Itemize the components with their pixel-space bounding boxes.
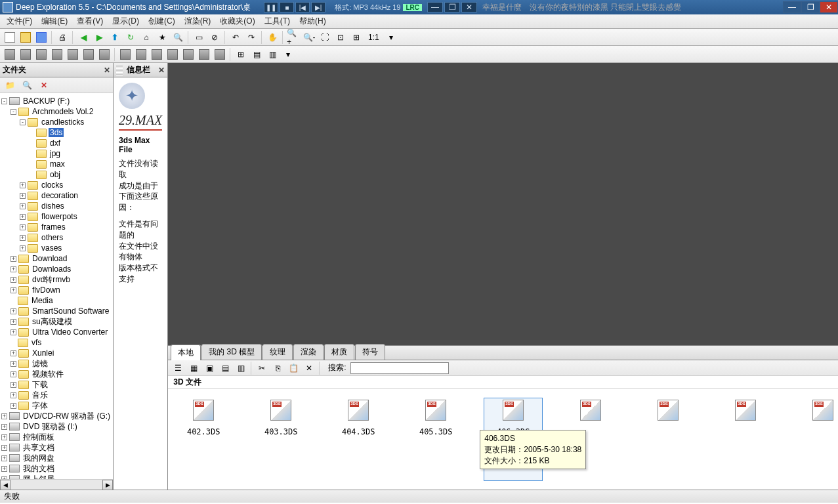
tree-row[interactable]: max xyxy=(1,159,112,169)
expand-icon[interactable]: + xyxy=(20,235,26,241)
tree-label[interactable]: Download xyxy=(31,254,68,263)
pan-button[interactable]: ✋ xyxy=(265,30,280,45)
up-button[interactable]: ⬆ xyxy=(108,30,122,45)
tree-label[interactable]: Media xyxy=(30,296,54,305)
tree-find-button[interactable]: 🔍 xyxy=(20,78,34,93)
save-button[interactable] xyxy=(34,30,49,45)
cube5-button[interactable] xyxy=(66,47,80,62)
tree-row[interactable]: +我的网盘 xyxy=(1,453,112,463)
expand-icon[interactable]: + xyxy=(1,434,7,440)
tree-label[interactable]: jpg xyxy=(49,149,62,158)
tree-label[interactable]: Xunlei xyxy=(31,348,55,358)
menu-item[interactable]: 文件(F) xyxy=(3,14,36,28)
tree-label[interactable]: flowerpots xyxy=(40,212,79,221)
cube11-button[interactable] xyxy=(165,47,180,62)
cube13-button[interactable] xyxy=(197,47,211,62)
expand-icon[interactable]: - xyxy=(20,119,26,125)
dropdown-button[interactable]: ▾ xyxy=(384,30,398,45)
menu-item[interactable]: 编辑(E) xyxy=(37,14,72,28)
tree-scrollbar[interactable]: ◀ ▶ xyxy=(0,479,113,490)
tree-label[interactable]: candlesticks xyxy=(40,117,85,127)
tree-label[interactable]: flvDown xyxy=(31,285,62,295)
paste-button[interactable]: 📋 xyxy=(286,361,301,375)
file-item[interactable]: 402.3DS xyxy=(175,398,232,480)
favorite-button[interactable]: ★ xyxy=(155,30,169,45)
view-list-button[interactable]: ☰ xyxy=(171,361,185,375)
media-min-button[interactable]: — xyxy=(427,2,443,12)
tree-row[interactable]: +网上邻居 xyxy=(1,474,112,479)
files-grid[interactable]: 402.3DS403.3DS404.3DS405.3DS406.3DS 406.… xyxy=(168,389,838,490)
search-button[interactable]: 🔍 xyxy=(171,30,185,45)
media-pause-button[interactable]: ❚❚ xyxy=(264,2,278,12)
media-next-button[interactable]: ▶| xyxy=(311,2,325,12)
deselect-button[interactable]: ⊘ xyxy=(207,30,222,45)
tree-label[interactable]: 视频软件 xyxy=(31,369,65,380)
tree-label[interactable]: dxf xyxy=(49,138,62,148)
tree-label[interactable]: Ultra Video Converter xyxy=(31,327,109,337)
tree-label[interactable]: frames xyxy=(40,222,67,232)
menu-item[interactable]: 查看(V) xyxy=(73,14,107,28)
zoom-fit-button[interactable]: ⛶ xyxy=(318,30,332,45)
view-icons-button[interactable]: ▦ xyxy=(186,361,201,375)
redo-button[interactable]: ↷ xyxy=(244,30,259,45)
expand-icon[interactable]: + xyxy=(20,245,26,251)
cube10-button[interactable] xyxy=(150,47,164,62)
zoom-extent-button[interactable]: ⊞ xyxy=(349,30,364,45)
tree-label[interactable]: vases xyxy=(40,243,63,253)
expand-icon[interactable]: + xyxy=(1,413,7,419)
view2-button[interactable]: ▤ xyxy=(249,47,264,62)
expand-icon[interactable]: + xyxy=(10,266,16,272)
tree-row[interactable]: +SmartSound Software xyxy=(1,306,112,316)
tree-label[interactable]: DVD 驱动器 (I:) xyxy=(22,421,79,432)
tree-row[interactable]: +others xyxy=(1,232,112,243)
tree-row[interactable]: +dvd转rmvb xyxy=(1,274,112,285)
tree-row[interactable]: +控制面板 xyxy=(1,432,112,442)
tree-label[interactable]: Archmodels Vol.2 xyxy=(31,107,94,116)
tree-label[interactable]: DVD/CD-RW 驱动器 (G:) xyxy=(22,411,112,422)
cube7-button[interactable] xyxy=(97,47,112,62)
expand-icon[interactable]: + xyxy=(10,392,16,398)
tree-label[interactable]: 控制面板 xyxy=(22,432,56,443)
expand-icon[interactable]: + xyxy=(10,308,16,314)
tree-row[interactable]: +DVD/CD-RW 驱动器 (G:) xyxy=(1,411,112,421)
tree-row[interactable]: +视频软件 xyxy=(1,369,112,379)
expand-icon[interactable]: + xyxy=(20,182,26,188)
view-tile-button[interactable]: ▥ xyxy=(234,361,248,375)
tree-row[interactable]: obj xyxy=(1,169,112,180)
folder-panel-close-icon[interactable]: ✕ xyxy=(104,66,110,75)
menu-item[interactable]: 显示(D) xyxy=(108,14,143,28)
expand-icon[interactable]: + xyxy=(1,445,7,451)
tree-label[interactable]: max xyxy=(49,159,66,169)
delete-button[interactable]: ✕ xyxy=(302,361,316,375)
file-item[interactable] xyxy=(639,398,697,480)
tree-label[interactable]: clocks xyxy=(40,180,64,190)
expand-icon[interactable]: + xyxy=(10,361,16,367)
zoom-out-button[interactable]: 🔍- xyxy=(302,30,316,45)
tree-label[interactable]: decoration xyxy=(40,191,79,200)
cube6-button[interactable] xyxy=(81,47,96,62)
expand-icon[interactable]: + xyxy=(10,329,16,335)
tree-row[interactable]: dxf xyxy=(1,138,112,148)
expand-icon[interactable]: + xyxy=(10,277,16,283)
tree-up-button[interactable]: 📁 xyxy=(3,78,17,93)
tree-row[interactable]: +Ultra Video Converter xyxy=(1,327,112,337)
tree-label[interactable]: obj xyxy=(49,170,62,179)
ratio-button[interactable]: 1:1 xyxy=(365,30,383,45)
tab[interactable]: 本地 xyxy=(171,345,201,360)
tab[interactable]: 纹理 xyxy=(262,344,293,360)
tree-row[interactable]: +Downloads xyxy=(1,264,112,274)
forward-button[interactable]: ▶ xyxy=(92,30,106,45)
expand-icon[interactable]: + xyxy=(10,371,16,377)
cube4-button[interactable] xyxy=(50,47,64,62)
cube1-button[interactable] xyxy=(3,47,17,62)
menu-item[interactable]: 创建(C) xyxy=(144,14,179,28)
expand-icon[interactable]: + xyxy=(10,256,16,262)
back-button[interactable]: ◀ xyxy=(76,30,91,45)
open-button[interactable] xyxy=(18,30,33,45)
tab[interactable]: 符号 xyxy=(355,344,385,360)
select-button[interactable]: ▭ xyxy=(192,30,206,45)
info-panel-close-icon[interactable]: ✕ xyxy=(158,66,165,75)
file-item[interactable]: 404.3DS xyxy=(329,398,387,480)
expand-icon[interactable]: + xyxy=(20,224,26,230)
tree-row[interactable]: -BACKUP (F:) xyxy=(1,96,112,106)
